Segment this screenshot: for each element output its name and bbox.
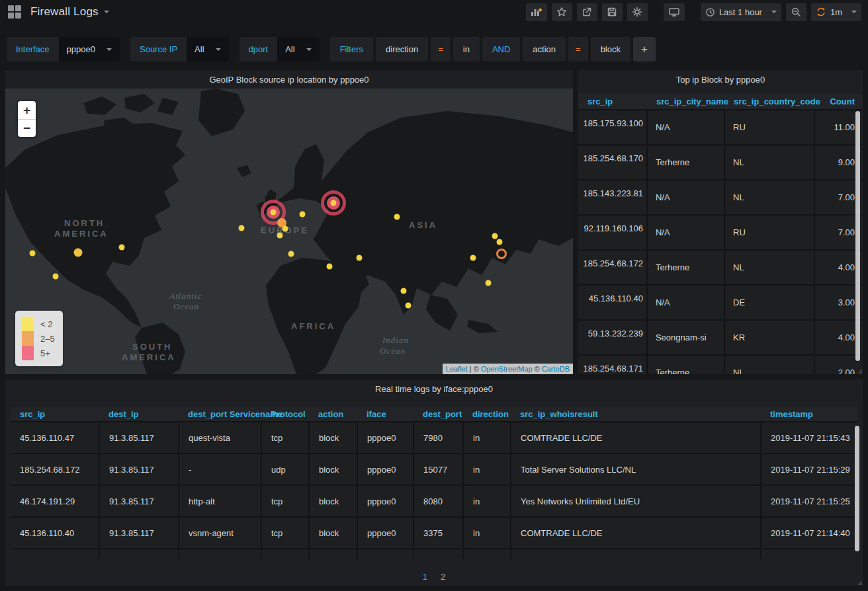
add-panel-button[interactable]: [526, 3, 547, 21]
map-marker-dot[interactable]: [394, 214, 400, 220]
filter-segment-cond[interactable]: AND: [482, 37, 520, 61]
column-header-src-ip-whoisresult[interactable]: src_ip_whoisresult: [511, 407, 761, 422]
filter-segment-value[interactable]: block: [591, 37, 630, 61]
table-cell: Terherne: [647, 250, 724, 285]
map-marker-bullseye[interactable]: [321, 190, 346, 216]
table-cell: 92.119.160.106: [578, 215, 647, 250]
top-table-panel-title[interactable]: Top ip Block by pppoe0: [578, 70, 863, 89]
settings-button[interactable]: [627, 3, 648, 21]
map-marker-dot[interactable]: [486, 280, 492, 286]
map-legend: < 22–55+: [15, 311, 63, 366]
table-cell: Total Server Solutions LLC/NL: [511, 453, 761, 485]
table-cell: [11, 549, 99, 559]
dashboards-menu-icon[interactable]: [8, 5, 21, 19]
table-cell: N/A: [647, 180, 724, 215]
column-header-count[interactable]: Count: [814, 94, 863, 110]
panel-top-ip-block: Top ip Block by pppoe0 src_ipsrc_ip_city…: [578, 70, 863, 374]
table-cell: 91.3.85.117: [99, 485, 179, 517]
attribution-link[interactable]: OpenStreetMap: [481, 365, 533, 373]
table-cell: block: [309, 549, 357, 559]
dashboard-title[interactable]: Firewall Logs: [30, 5, 99, 19]
table-cell: block: [309, 422, 357, 453]
variable-interface-value[interactable]: pppoe0: [59, 37, 120, 61]
log-table-panel-title[interactable]: Real time logs by iface:pppoe0: [5, 379, 863, 398]
map-marker-dot[interactable]: [277, 233, 283, 239]
column-header-src-ip[interactable]: src_ip: [11, 407, 99, 422]
map-marker-ring[interactable]: [496, 249, 507, 259]
attribution-text: ©: [533, 365, 542, 373]
map-marker-dot[interactable]: [30, 251, 36, 256]
map-marker-dot[interactable]: [357, 255, 363, 261]
map-marker-dot[interactable]: [470, 255, 476, 261]
title-caret-icon[interactable]: [104, 11, 109, 13]
add-panel-icon: [531, 7, 542, 17]
gear-icon: [632, 7, 642, 17]
attribution-text: | ©: [468, 365, 481, 373]
time-range-picker[interactable]: Last 1 hour: [701, 3, 781, 21]
variable-interface[interactable]: Interface pppoe0: [7, 37, 120, 61]
map-panel-title[interactable]: GeoIP Block source ip location by pppoe0: [5, 70, 573, 89]
column-header-dest-ip[interactable]: dest_ip: [99, 407, 179, 422]
pagination-page-2[interactable]: 2: [441, 572, 445, 582]
column-header-direction[interactable]: direction: [463, 407, 511, 422]
variable-dport[interactable]: dport All: [239, 37, 320, 61]
column-header-src-ip-country-code[interactable]: src_ip_country_code: [724, 94, 814, 110]
tv-mode-button[interactable]: [664, 3, 685, 21]
map-marker-dot[interactable]: [406, 303, 412, 309]
column-header-dest-port[interactable]: dest_port: [413, 407, 463, 422]
map-marker-dot[interactable]: [300, 212, 306, 217]
column-header-src-ip[interactable]: src_ip: [578, 94, 647, 110]
table-cell: 3375: [413, 517, 463, 549]
legend-item: < 2: [22, 317, 55, 331]
zoom-out-button[interactable]: [786, 3, 806, 21]
table-cell: N/A: [647, 285, 724, 320]
star-button[interactable]: [552, 3, 572, 21]
variable-dport-value[interactable]: All: [277, 37, 319, 61]
map-zoom-out-button[interactable]: −: [18, 119, 36, 137]
map-marker-dot[interactable]: [492, 233, 498, 239]
map-canvas[interactable]: NORTHAMERICAEUROPEASIAAFRICASOUTHAMERICA…: [5, 89, 573, 374]
column-header-src-ip-city-name[interactable]: src_ip_city_name: [647, 94, 724, 110]
refresh-picker[interactable]: 1m: [811, 3, 861, 21]
filter-segment-key[interactable]: action: [523, 37, 566, 61]
map-marker-dot-md[interactable]: [74, 249, 83, 257]
column-header-iface[interactable]: iface: [357, 407, 413, 422]
variable-source-ip-value[interactable]: All: [187, 37, 228, 61]
map-zoom-in-button[interactable]: +: [18, 101, 36, 119]
column-header-dest-port-servicename[interactable]: dest_port Servicename: [179, 407, 261, 422]
top-table-scrollbar[interactable]: [855, 111, 860, 361]
filter-segment-key[interactable]: direction: [376, 37, 428, 61]
panel-resize-handle[interactable]: [857, 369, 862, 374]
pagination-page-1[interactable]: 1: [423, 572, 427, 582]
map-marker-dot[interactable]: [119, 245, 125, 251]
table-cell: in: [463, 549, 511, 559]
map-marker-dot[interactable]: [288, 251, 294, 257]
table-cell: 45.136.110.40: [578, 285, 647, 320]
save-button[interactable]: [602, 3, 623, 21]
filter-segment-value[interactable]: in: [453, 37, 480, 61]
map-marker-dot[interactable]: [497, 239, 503, 245]
map-marker-dot[interactable]: [327, 264, 333, 270]
column-header-timestamp[interactable]: timestamp: [761, 407, 857, 422]
map-marker-dot[interactable]: [401, 288, 407, 294]
time-range-label: Last 1 hour: [719, 7, 762, 17]
share-button[interactable]: [577, 3, 597, 21]
table-cell: block: [309, 517, 357, 549]
legend-item: 2–5: [22, 331, 55, 346]
attribution-link[interactable]: Leaflet: [446, 365, 468, 373]
table-cell: pppoe0: [357, 485, 413, 517]
table-cell: in: [463, 453, 511, 485]
column-header-action[interactable]: action: [309, 407, 357, 422]
attribution-link[interactable]: CartoDB: [542, 365, 570, 373]
map-marker-dot[interactable]: [239, 225, 245, 231]
top-ip-table: src_ipsrc_ip_city_namesrc_ip_country_cod…: [578, 94, 863, 374]
table-row: 185.254.68.170TerherneNL9.00: [578, 145, 863, 180]
filter-segment-add[interactable]: +: [633, 37, 656, 61]
log-table-scrollbar[interactable]: [855, 426, 859, 551]
variable-source-ip[interactable]: Source IP All: [130, 37, 229, 61]
map-marker-dot[interactable]: [282, 226, 288, 232]
map-marker-dot[interactable]: [53, 274, 59, 280]
table-row: 185.254.68.171TerherneNL2.00: [578, 355, 863, 374]
filter-segment-op[interactable]: =: [568, 37, 588, 61]
filter-segment-op[interactable]: =: [431, 37, 451, 61]
